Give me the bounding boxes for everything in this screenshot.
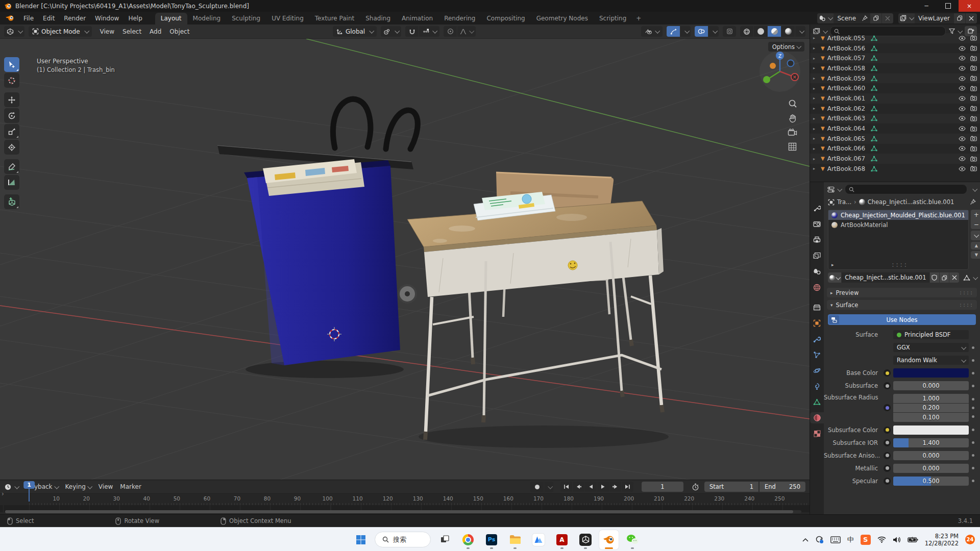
show-overlays-button[interactable] xyxy=(695,26,708,37)
blender-menu-logo-icon[interactable] xyxy=(5,15,15,21)
hide-eye-icon[interactable] xyxy=(959,56,966,61)
current-frame-field[interactable]: 1 xyxy=(642,482,683,492)
outliner-item-artbook-056[interactable]: ▸▼ArtBook.056 xyxy=(810,43,980,54)
outliner-item-artbook-057[interactable]: ▸▼ArtBook.057 xyxy=(810,53,980,63)
hide-eye-icon[interactable] xyxy=(959,46,966,51)
tab-constraints[interactable] xyxy=(810,381,824,392)
value-slider-subsurface-aniso[interactable]: 0.000 xyxy=(893,451,969,460)
current-frame-badge[interactable]: 1 xyxy=(23,481,35,489)
tab-collection[interactable] xyxy=(810,302,824,313)
disclosure-triangle-icon[interactable]: ▸ xyxy=(813,46,818,51)
render-toggle[interactable] xyxy=(970,86,977,91)
ime-indicator[interactable]: 中 xyxy=(847,535,854,544)
render-toggle[interactable] xyxy=(970,116,977,121)
workspace-tab-geometry-nodes[interactable]: Geometry Nodes xyxy=(531,13,594,24)
decorator-dot[interactable] xyxy=(972,415,974,418)
hide-toggle[interactable] xyxy=(959,56,966,61)
touch-keyboard-icon[interactable] xyxy=(830,536,841,543)
rendered-shading-button[interactable] xyxy=(781,26,795,37)
workspace-tab-sculpting[interactable]: Sculpting xyxy=(226,13,266,24)
file-explorer-app[interactable] xyxy=(505,530,525,549)
hide-toggle[interactable] xyxy=(959,116,966,121)
annotate-tool[interactable] xyxy=(4,159,19,174)
notification-badge[interactable]: 24 xyxy=(965,535,975,544)
use-nodes-button[interactable]: Use Nodes xyxy=(828,314,976,325)
disclosure-triangle-icon[interactable]: ▸ xyxy=(813,86,818,91)
hide-toggle[interactable] xyxy=(959,96,966,101)
hide-toggle[interactable] xyxy=(959,66,966,71)
close-button[interactable]: × xyxy=(959,0,980,12)
battery-icon[interactable] xyxy=(908,537,918,543)
jump-to-prev-keyframe-button[interactable] xyxy=(573,482,584,492)
hide-eye-icon[interactable] xyxy=(959,126,966,131)
hide-toggle[interactable] xyxy=(959,106,966,111)
hide-eye-icon[interactable] xyxy=(959,136,966,141)
material-preview-shading-button[interactable] xyxy=(768,26,781,37)
node-socket-icon[interactable] xyxy=(884,369,891,377)
hide-eye-icon[interactable] xyxy=(959,36,966,41)
disclosure-triangle-icon[interactable]: ▸ xyxy=(813,36,818,40)
disable-render-icon[interactable] xyxy=(970,56,977,61)
render-toggle[interactable] xyxy=(970,76,977,81)
auto-keying-dropdown[interactable] xyxy=(544,482,553,492)
timeline-menu-marker[interactable]: Marker xyxy=(116,483,144,490)
snap-target-dropdown[interactable] xyxy=(419,26,439,37)
show-object-types-dropdown[interactable] xyxy=(641,26,663,37)
node-socket-icon[interactable] xyxy=(884,382,891,389)
timeline-playhead[interactable] xyxy=(29,488,30,502)
workspace-tab-rendering[interactable]: Rendering xyxy=(438,13,481,24)
minimize-button[interactable]: ─ xyxy=(916,0,937,12)
wifi-icon[interactable] xyxy=(877,536,886,543)
render-toggle[interactable] xyxy=(970,106,977,111)
onedrive-sync-icon[interactable] xyxy=(815,535,824,544)
select-box-tool[interactable] xyxy=(4,57,19,72)
disable-render-icon[interactable] xyxy=(970,136,977,141)
render-toggle[interactable] xyxy=(970,146,977,152)
material-name-field[interactable]: Cheap_Inject...stic.blue.001 xyxy=(842,272,929,283)
tab-modifiers[interactable] xyxy=(810,333,824,344)
vector-value-1[interactable]: 0.200 xyxy=(893,404,969,413)
viewlayer-delete-button[interactable] xyxy=(966,13,977,23)
hide-toggle[interactable] xyxy=(959,86,966,91)
decorator-dot[interactable] xyxy=(972,398,974,400)
surface-panel-header[interactable]: ▾Surface :::: xyxy=(827,300,977,310)
slot-list-resize-grip[interactable]: :::: xyxy=(834,261,965,268)
properties-editor-type-button[interactable] xyxy=(827,186,841,193)
menu-render[interactable]: Render xyxy=(59,13,90,23)
disable-render-icon[interactable] xyxy=(970,146,977,152)
vector-value-0[interactable]: 1.000 xyxy=(893,394,969,403)
render-toggle[interactable] xyxy=(970,95,977,101)
sogou-input-icon[interactable]: S xyxy=(861,535,871,545)
hide-eye-icon[interactable] xyxy=(959,66,966,71)
proportional-falloff-dropdown[interactable] xyxy=(457,26,476,37)
render-toggle[interactable] xyxy=(970,65,977,71)
timeline-ruler[interactable]: 1020304050607080901001101201301401501601… xyxy=(0,494,810,505)
task-view-button[interactable] xyxy=(435,530,454,549)
properties-options-dropdown[interactable] xyxy=(972,186,977,191)
disclosure-triangle-icon[interactable]: ▸ xyxy=(813,116,818,121)
disable-render-icon[interactable] xyxy=(970,86,977,91)
taskbar-clock[interactable]: 8:23 PM 12/28/2022 xyxy=(925,533,959,547)
menu-file[interactable]: File xyxy=(19,13,38,23)
render-toggle[interactable] xyxy=(970,156,977,162)
zoom-icon[interactable] xyxy=(788,99,797,108)
outliner-item-artbook-060[interactable]: ▸▼ArtBook.060 xyxy=(810,83,980,93)
disclosure-triangle-icon[interactable]: ▸ xyxy=(813,106,818,111)
blender-app[interactable] xyxy=(599,530,619,549)
unlink-material-button[interactable] xyxy=(949,272,959,283)
outliner-item-artbook-063[interactable]: ▸▼ArtBook.063 xyxy=(810,114,980,124)
menu-window[interactable]: Window xyxy=(90,13,124,23)
unity-app[interactable] xyxy=(576,530,595,549)
use-preview-range-icon[interactable] xyxy=(692,483,699,491)
value-slider-subsurface[interactable]: 0.000 xyxy=(893,381,969,390)
browse-material-button[interactable] xyxy=(828,272,841,283)
timeline-expander[interactable]: › xyxy=(2,490,4,497)
tab-particles[interactable] xyxy=(810,349,824,360)
snap-toggle-button[interactable] xyxy=(405,26,419,37)
add-cube-tool[interactable] xyxy=(4,194,19,209)
outliner-item-artbook-058[interactable]: ▸▼ArtBook.058 xyxy=(810,63,980,73)
play-reverse-button[interactable] xyxy=(585,482,597,492)
tab-output[interactable] xyxy=(810,234,824,245)
decorator-dot[interactable] xyxy=(972,454,974,457)
new-collection-button[interactable] xyxy=(965,26,977,36)
